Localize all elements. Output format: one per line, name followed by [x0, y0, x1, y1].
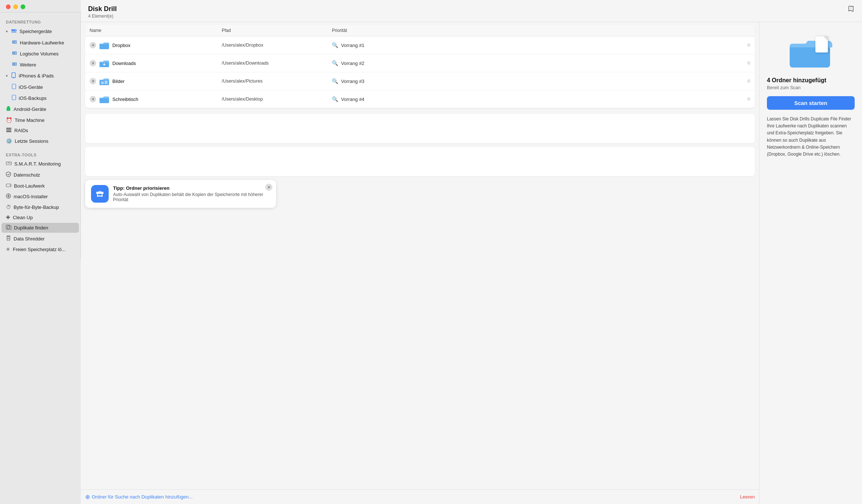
folder-name-4: Schreibtisch	[112, 97, 138, 102]
table-row: ✕ Dropbox	[85, 36, 755, 54]
tooltip-close-button[interactable]: ✕	[265, 184, 272, 191]
sidebar-item-letzte-sessions[interactable]: ⚙️ Letzte Sessions	[1, 136, 79, 146]
priority-label-2: Vorrang #2	[341, 61, 744, 66]
sidebar-item-android-geraete[interactable]: Android-Geräte	[1, 104, 79, 115]
sidebar-item-freien-speicher[interactable]: ✳ Freien Speicherplatz lö...	[1, 244, 79, 254]
add-folder-link[interactable]: ⊕ Ordner für Suche nach Duplikaten hinzu…	[85, 493, 193, 500]
free-space-icon: ✳	[6, 246, 10, 252]
close-button[interactable]	[6, 4, 11, 9]
raids-icon	[6, 127, 12, 134]
drag-handle-1[interactable]: ≡	[747, 42, 750, 48]
section-extratools: Extra-Tools	[0, 150, 80, 159]
search-icon-3[interactable]: 🔍	[332, 78, 338, 84]
expand-icon: ▾	[6, 29, 8, 33]
sidebar-item-label: Clean Up	[13, 215, 33, 220]
sidebar-item-label: iPhones & iPads	[19, 73, 54, 79]
col-name: Name	[85, 25, 217, 36]
scan-button[interactable]: Scan starten	[767, 96, 855, 110]
empty-section-1	[85, 114, 755, 143]
macos-icon	[6, 193, 11, 200]
sidebar-item-datenschutz[interactable]: Datenschutz	[1, 170, 79, 180]
priority-cell-3: 🔍 Vorrang #3 ≡	[327, 72, 755, 90]
table-row: ✕ Schreibtisch	[85, 90, 755, 108]
panel-description: Lassen Sie Disk Drills Duplicate File Fi…	[767, 116, 855, 158]
minimize-button[interactable]	[13, 4, 18, 9]
tooltip-text: Tipp: Ordner priorisieren Auto-Auswahl v…	[113, 185, 270, 202]
sidebar-item-label: iOS-Backups	[19, 95, 47, 101]
svg-rect-40	[99, 98, 109, 103]
search-icon-2[interactable]: 🔍	[332, 60, 338, 66]
sidebar-item-logische-volumes[interactable]: Logische Volumes	[1, 48, 79, 59]
table-row: ✕	[85, 54, 755, 72]
folder-icon-dropbox	[99, 40, 109, 50]
sidebar-item-duplikate-finden[interactable]: Duplikate finden	[1, 223, 79, 233]
svg-point-8	[15, 64, 16, 64]
sidebar-item-data-shredder[interactable]: Data Shredder	[1, 233, 79, 244]
sidebar-item-hardware-laufwerke[interactable]: Hardware-Laufwerke	[1, 37, 79, 48]
folder-path-1: /Users/alex/Dropbox	[217, 36, 327, 54]
svg-point-6	[15, 52, 16, 53]
svg-rect-16	[6, 130, 11, 131]
sidebar-item-ios-backups[interactable]: iOS-Backups	[1, 93, 79, 103]
sidebar-item-label: macOS-Installer	[14, 194, 48, 199]
remove-button-3[interactable]: ✕	[90, 78, 96, 84]
sidebar-item-time-machine[interactable]: ⏰ Time Machine	[1, 115, 79, 125]
app-title: Disk Drill	[88, 5, 117, 13]
col-path: Pfad	[217, 25, 327, 36]
sidebar-item-label: Logische Volumes	[20, 51, 59, 57]
svg-rect-33	[99, 44, 109, 49]
folder-name-1: Dropbox	[112, 43, 130, 48]
svg-rect-12	[12, 95, 16, 100]
backup-icon: ⏱	[6, 204, 11, 210]
svg-rect-43	[97, 195, 103, 197]
sidebar-item-smart-monitoring[interactable]: S.M.A.R.T. Monitoring	[1, 159, 79, 169]
remove-button-4[interactable]: ✕	[90, 96, 96, 102]
sidebar-item-label: Freien Speicherplatz lö...	[13, 247, 66, 252]
svg-rect-10	[13, 77, 14, 77]
search-icon-4[interactable]: 🔍	[332, 96, 338, 102]
volume-icon	[12, 50, 17, 57]
svg-rect-38	[101, 81, 104, 84]
sidebar-item-raids[interactable]: RAIDs	[1, 126, 79, 135]
sidebar-item-clean-up[interactable]: ✚ Clean Up	[1, 213, 79, 222]
sidebar-item-boot-laufwerk[interactable]: Boot-Laufwerk	[1, 181, 79, 191]
svg-rect-11	[12, 84, 16, 89]
remove-button-1[interactable]: ✕	[90, 42, 96, 48]
svg-point-2	[15, 30, 16, 30]
sidebar-item-iphones-ipads[interactable]: ▾ iPhones & iPads	[1, 70, 79, 81]
sidebar-item-speichergeraete[interactable]: ▾ Speichergeräte	[1, 26, 79, 37]
priority-label-1: Vorrang #1	[341, 43, 744, 48]
tooltip-icon	[91, 185, 109, 203]
cleanup-icon: ✚	[6, 214, 10, 220]
sidebar-item-byte-backup[interactable]: ⏱ Byte-für-Byte-Backup	[1, 202, 79, 212]
expand-icon: ▾	[6, 74, 8, 78]
remove-button-2[interactable]: ✕	[90, 60, 96, 66]
book-icon[interactable]	[847, 5, 855, 14]
drive-icon	[12, 39, 17, 46]
tooltip-description: Auto-Auswahl von Duplikaten behält die K…	[113, 192, 270, 202]
svg-rect-39	[105, 81, 108, 84]
maximize-button[interactable]	[21, 4, 25, 9]
svg-rect-17	[6, 131, 11, 132]
drag-handle-2[interactable]: ≡	[747, 60, 750, 66]
sidebar-item-weitere[interactable]: Weitere	[1, 59, 79, 70]
search-icon-1[interactable]: 🔍	[332, 42, 338, 48]
folder-illustration	[789, 33, 833, 69]
add-folder-label: Ordner für Suche nach Duplikaten hinzufü…	[92, 494, 193, 500]
app-subtitle: 4 Element(e)	[88, 14, 117, 19]
sidebar-item-macos-installer[interactable]: macOS-Installer	[1, 192, 79, 202]
ios-device-icon	[12, 84, 16, 90]
drag-handle-4[interactable]: ≡	[747, 96, 750, 102]
priority-cell-1: 🔍 Vorrang #1 ≡	[327, 36, 755, 54]
svg-point-4	[15, 41, 16, 42]
bottom-bar: ⊕ Ordner für Suche nach Duplikaten hinzu…	[81, 489, 759, 504]
sidebar-item-label: Byte-für-Byte-Backup	[14, 204, 59, 210]
drag-handle-3[interactable]: ≡	[747, 78, 750, 84]
sidebar-item-label: iOS-Geräte	[19, 84, 43, 90]
svg-point-20	[10, 185, 10, 186]
sidebar-item-ios-geraete[interactable]: iOS-Geräte	[1, 82, 79, 92]
clear-button[interactable]: Leeren	[740, 494, 755, 500]
sidebar-item-label: Time Machine	[15, 117, 44, 123]
sidebar-item-label: Datenschutz	[14, 172, 40, 178]
folder-table: Name Pfad Priorität ✕	[85, 25, 755, 108]
